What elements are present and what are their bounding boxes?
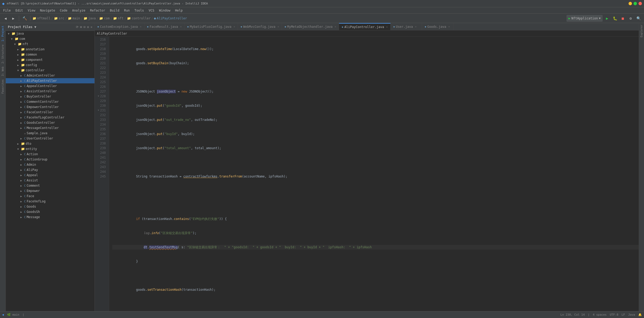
tree-item-BuyController[interactable]: ▶ C BuyController (6, 94, 95, 99)
tree-item-dto[interactable]: ▶ 📁 dto (6, 141, 95, 146)
tab-close-icon[interactable]: ✕ (277, 25, 279, 28)
minimize-button[interactable] (629, 2, 632, 5)
search-button[interactable]: 🔍 (635, 15, 642, 22)
tree-item-Appeal[interactable]: ▶ C Appeal (6, 173, 95, 178)
code-editor[interactable]: 216 217 218 219 220 221 222 223 224 225 … (95, 37, 639, 311)
tree-item-controller[interactable]: ▼ 📁 controller (6, 68, 95, 73)
menu-file[interactable]: File (1, 8, 13, 13)
menu-tools[interactable]: Tools (132, 8, 146, 13)
tree-item-AssistController[interactable]: ▶ C AssistController (6, 89, 95, 94)
debug-button[interactable]: 🐛 (612, 15, 618, 22)
gear-icon[interactable]: ⚙ (87, 25, 89, 29)
menu-help[interactable]: Help (173, 8, 185, 13)
tree-item-annotation[interactable]: ▶ 📁 annotation (6, 47, 95, 52)
breadcrumb-controller[interactable]: controller (132, 17, 151, 20)
tab-close-icon[interactable]: ✕ (234, 25, 235, 28)
tree-item-Action[interactable]: ▶ C Action (6, 152, 95, 157)
status-line-ending[interactable]: LF (621, 313, 625, 316)
tree-item-MessageController[interactable]: ▶ C MessageController (6, 125, 95, 131)
status-indent[interactable]: 4 spaces (593, 313, 607, 316)
tree-item-Assist[interactable]: ▶ C Assist (6, 178, 95, 183)
tree-item-EmpowerController[interactable]: ▶ C EmpowerController (6, 104, 95, 110)
panel-tab-favorites[interactable]: Favorites (1, 78, 5, 95)
tab-close-icon[interactable]: ✕ (415, 25, 417, 28)
maximize-button[interactable] (634, 2, 637, 5)
tab-close-icon[interactable]: ✕ (448, 25, 450, 28)
tab-close-icon[interactable]: ✕ (180, 25, 182, 28)
tab-MyMetaObjecthandler[interactable]: ◆ MyMetaObjecthandler.java ✕ (282, 23, 339, 30)
breadcrumb-nft[interactable]: nft (118, 17, 124, 20)
fold-icon-228[interactable]: ▼ (98, 94, 99, 99)
status-encoding[interactable]: UTF-8 (610, 313, 618, 316)
tree-item-Message[interactable]: ▶ C Message (6, 214, 95, 220)
status-project-icon[interactable]: ◀ (2, 313, 4, 316)
tree-item-CommentController[interactable]: ▶ C CommentController (6, 99, 95, 104)
collapse-all-icon[interactable]: ⊟ (84, 25, 85, 29)
tab-Goods[interactable]: ◆ Goods.java ✕ (422, 23, 453, 30)
tree-item-entity[interactable]: ▼ 📁 entity (6, 146, 95, 152)
run-button[interactable]: ▶ (604, 15, 610, 22)
menu-build[interactable]: Build (108, 8, 121, 13)
tree-item-component[interactable]: ▶ 📁 component (6, 57, 95, 62)
tree-item-AliPayController[interactable]: ▶ C AliPayController (6, 78, 95, 83)
expand-all-icon[interactable]: ⊞ (80, 25, 82, 29)
menu-vcs[interactable]: VCS (147, 8, 157, 13)
tab-close-icon[interactable]: ✕ (386, 25, 388, 28)
status-position[interactable]: Ln 230, Col 14 (560, 313, 585, 316)
breadcrumb-src[interactable]: src (59, 17, 64, 20)
status-branch[interactable]: 🌿 main (7, 313, 19, 316)
menu-run[interactable]: Run (122, 8, 132, 13)
back-button[interactable]: ◀ (2, 15, 9, 22)
menu-window[interactable]: Window (157, 8, 172, 13)
breadcrumb-java[interactable]: java (88, 17, 96, 20)
tree-item-Empower[interactable]: ▶ C Empower (6, 188, 95, 193)
tree-item-FaceVefLog[interactable]: ▶ C FaceVefLog (6, 199, 95, 204)
status-notifications[interactable]: 🔔 (638, 313, 642, 316)
tree-item-com[interactable]: ▼ 📁 com (6, 36, 95, 41)
tree-item-ActionGroup[interactable]: ▶ C ActionGroup (6, 157, 95, 162)
panel-tab-web[interactable]: 3: Web (1, 65, 5, 78)
tree-item-AppealController[interactable]: ▶ C AppealController (6, 83, 95, 89)
menu-navigate[interactable]: Navigate (38, 8, 57, 13)
menu-analyze[interactable]: Analyze (70, 8, 87, 13)
menu-view[interactable]: View (26, 8, 37, 13)
tree-item-FaceVefLogController[interactable]: ▶ C FaceVefLogController (6, 115, 95, 120)
explorer-tab[interactable]: Explorer (639, 23, 644, 39)
fold-icon-231[interactable]: ▼ (98, 108, 99, 113)
tree-item-common[interactable]: ▶ 📁 common (6, 52, 95, 57)
panel-tab-project[interactable]: 1: Project (1, 24, 5, 43)
tab-close-icon[interactable]: ✕ (335, 25, 336, 28)
tab-CustomException[interactable]: ◆ CustomException.java ✕ (95, 23, 145, 30)
tab-User[interactable]: ◆ User.java ✕ (391, 23, 422, 30)
stop-button[interactable]: ■ (619, 15, 626, 22)
settings-button[interactable]: ⚙ (627, 15, 634, 22)
breadcrumb-file[interactable]: AliPayController (157, 17, 187, 20)
tab-WebMvcConfig[interactable]: ◆ WebMvcConfig.java ✕ (238, 23, 282, 30)
tab-AliPayController[interactable]: ◆ AliPayController.java ✕ (339, 23, 391, 30)
tree-item-nft[interactable]: ▼ 📁 nft (6, 41, 95, 47)
tree-item-config[interactable]: ▶ 📁 config (6, 62, 95, 68)
panel-tab-structure[interactable]: 2: Structure (1, 43, 5, 65)
sync-icon[interactable]: ⟳ (76, 25, 79, 29)
tree-item-GoodsController[interactable]: ▶ C GoodsController (6, 120, 95, 125)
menu-refactor[interactable]: Refactor (88, 8, 107, 13)
close-button[interactable] (639, 2, 642, 5)
tab-close-icon[interactable]: ✕ (140, 25, 142, 28)
run-config-selector[interactable]: ▶ NftApplication ▼ (567, 15, 603, 22)
window-controls[interactable] (629, 2, 642, 5)
build-button[interactable]: 🔨 (21, 15, 28, 22)
tree-item-AdminController[interactable]: ▶ C AdminController (6, 73, 95, 78)
status-lang[interactable]: Java (628, 313, 635, 316)
tree-item-java[interactable]: ▼ 📁 java (6, 31, 95, 36)
tree-item-Comment[interactable]: ▶ C Comment (6, 183, 95, 188)
tree-item-Admin[interactable]: ▶ C Admin (6, 162, 95, 167)
tree-item-UserController[interactable]: ▶ C UserController (6, 136, 95, 141)
tab-FaceResult[interactable]: ◆ FaceResult.java ✕ (145, 23, 185, 30)
tab-MybatisPlusConfig[interactable]: ◆ MybatisPlusConfig.java ✕ (185, 23, 238, 30)
code-content-area[interactable]: goods.setUpdateTime(LocalDateTime.now())… (109, 37, 639, 311)
tree-item-AliPay[interactable]: ▶ C AliPay (6, 167, 95, 173)
tree-item-Sample[interactable]: ☕ Sample.java (6, 131, 95, 136)
tree-item-FaceController[interactable]: ▶ C FaceController (6, 110, 95, 115)
close-panel-icon[interactable]: ✕ (91, 25, 92, 29)
breadcrumb-com[interactable]: com (104, 17, 110, 20)
